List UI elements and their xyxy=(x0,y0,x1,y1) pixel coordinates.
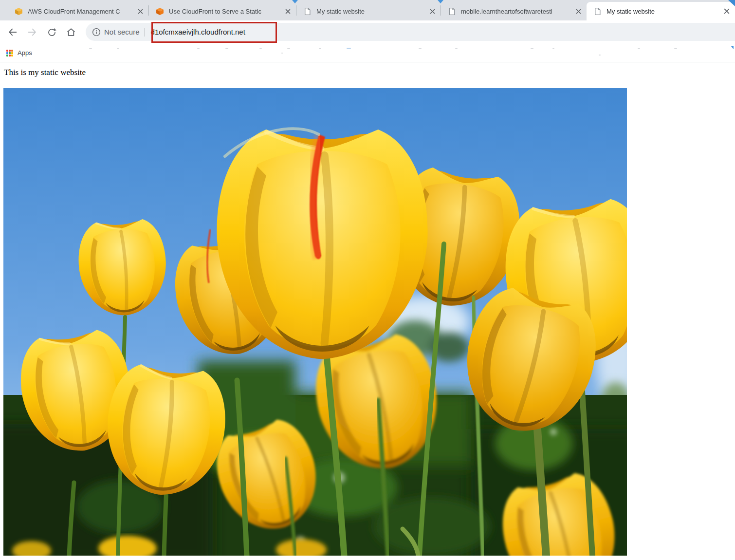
close-tab-icon[interactable] xyxy=(722,7,731,16)
redacted-bookmark-mark xyxy=(89,48,92,49)
page-heading: This is my static website xyxy=(4,68,86,77)
redacted-bookmark-mark xyxy=(552,48,554,49)
tab-title: mobile.learntheartofsoftwaretesti xyxy=(461,8,574,15)
document-icon xyxy=(303,7,312,16)
blue-artifact-triangle xyxy=(292,0,298,3)
redacted-bookmark-mark xyxy=(117,48,119,49)
tab-strip: AWS CloudFront Management C Use CloudFro… xyxy=(0,0,735,20)
close-tab-icon[interactable] xyxy=(574,7,583,16)
tulips-photo xyxy=(3,88,627,556)
tab-title: My static website xyxy=(316,8,428,15)
close-tab-icon[interactable] xyxy=(136,7,145,16)
tab-aws-cloudfront-console[interactable]: AWS CloudFront Management C xyxy=(8,2,148,20)
forward-button[interactable] xyxy=(25,25,39,39)
red-annotation-rectangle xyxy=(151,22,277,43)
redacted-bookmark-mark xyxy=(287,48,290,49)
tab-title: My static website xyxy=(606,8,722,15)
apps-shortcut[interactable]: Apps xyxy=(6,47,32,59)
back-button[interactable] xyxy=(5,25,20,39)
redacted-bookmark-mark xyxy=(674,48,677,49)
redacted-bookmark-mark xyxy=(599,55,601,56)
navigation-toolbar: Not secure d1ofcmxaeivjlh.cloudfront.net xyxy=(0,20,735,44)
redacted-bookmark-mark xyxy=(531,48,533,49)
redacted-bookmark-mark xyxy=(225,48,228,49)
tab-use-cloudfront-doc[interactable]: Use CloudFront to Serve a Static xyxy=(149,2,296,20)
tulips-photo-svg xyxy=(3,88,627,556)
tab-mobile-learntheart[interactable]: mobile.learntheartofsoftwaretesti xyxy=(441,2,587,20)
apps-grid-icon xyxy=(6,50,13,56)
tab-title: Use CloudFront to Serve a Static xyxy=(169,8,283,15)
tab-my-static-website-1[interactable]: My static website xyxy=(296,2,441,20)
security-status-label[interactable]: Not secure xyxy=(104,28,140,36)
redacted-bookmark-mark xyxy=(319,48,321,49)
site-info-icon[interactable] xyxy=(92,28,101,37)
blue-artifact-triangle xyxy=(731,46,734,49)
redacted-bookmark-mark xyxy=(347,48,351,49)
home-button[interactable] xyxy=(64,25,78,39)
browser-window: { "window": { "tabs": [ { "title": "AWS … xyxy=(0,0,735,560)
apps-label: Apps xyxy=(18,49,32,56)
document-icon xyxy=(593,7,602,16)
redacted-bookmark-mark xyxy=(638,48,640,49)
content-top-border xyxy=(0,62,735,62)
omnibox-separator xyxy=(144,28,145,37)
blue-artifact-corner xyxy=(728,0,735,6)
close-tab-icon[interactable] xyxy=(283,7,292,16)
redacted-bookmark-mark xyxy=(259,48,262,49)
document-icon xyxy=(448,7,456,16)
redacted-bookmark-mark xyxy=(419,48,422,49)
reload-button[interactable] xyxy=(44,25,59,39)
tab-my-static-website-active[interactable]: My static website xyxy=(587,2,735,20)
redacted-bookmark-mark xyxy=(455,48,458,49)
bookmarks-bar: Apps xyxy=(0,44,735,62)
aws-gold-cube-icon xyxy=(15,7,23,16)
blue-artifact-triangle xyxy=(438,0,443,3)
redacted-bookmark-mark xyxy=(197,48,200,49)
aws-orange-cube-icon xyxy=(156,7,164,16)
tab-title: AWS CloudFront Management C xyxy=(28,8,136,15)
redacted-bookmark-mark xyxy=(281,53,283,54)
close-tab-icon[interactable] xyxy=(428,7,437,16)
